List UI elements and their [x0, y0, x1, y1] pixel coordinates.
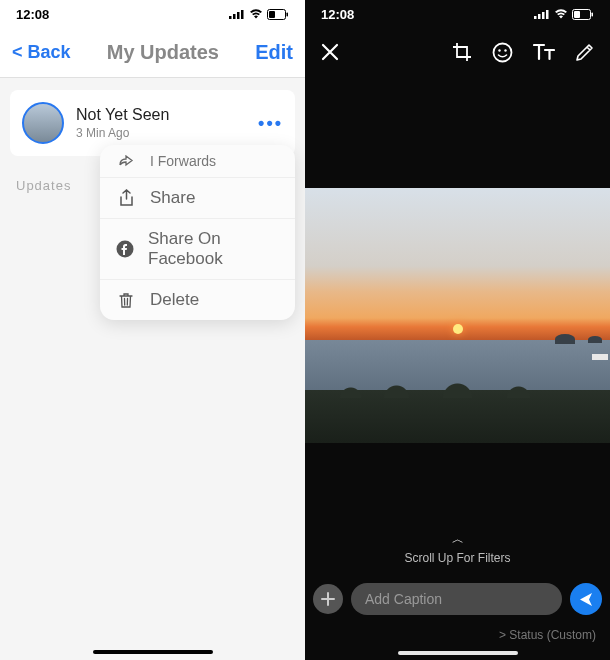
filter-hint[interactable]: ︿ Scroll Up For Filters — [305, 531, 610, 565]
smiley-icon — [492, 42, 513, 63]
facebook-icon — [116, 240, 134, 258]
draw-button[interactable] — [575, 43, 594, 66]
svg-rect-6 — [287, 12, 289, 16]
svg-rect-5 — [269, 11, 275, 18]
text-button[interactable] — [533, 42, 555, 66]
svg-rect-0 — [229, 16, 232, 19]
status-title: Not Yet Seen — [76, 106, 246, 124]
text-icon — [533, 42, 555, 62]
left-screen: 12:08 < Back My Updates Edit Not Yet See… — [0, 0, 305, 660]
home-indicator[interactable] — [398, 651, 518, 655]
menu-label: I Forwards — [150, 153, 216, 169]
editor-tools — [452, 42, 594, 67]
caption-bar — [313, 583, 602, 615]
add-media-button[interactable] — [313, 584, 343, 614]
back-button[interactable]: < Back — [12, 42, 71, 63]
right-screen: 12:08 — [305, 0, 610, 660]
status-bar: 12:08 — [305, 0, 610, 28]
menu-label: Share — [150, 188, 195, 208]
share-icon — [116, 189, 136, 207]
menu-item-delete[interactable]: Delete — [100, 280, 295, 320]
nav-header: < Back My Updates Edit — [0, 28, 305, 78]
status-text-block: Not Yet Seen 3 Min Ago — [76, 106, 246, 140]
photo-preview[interactable] — [305, 188, 610, 443]
status-icons — [229, 9, 289, 20]
edit-button[interactable]: Edit — [255, 41, 293, 64]
signal-icon — [229, 9, 245, 19]
trash-icon — [116, 292, 136, 309]
wifi-icon — [554, 9, 568, 19]
close-icon — [321, 43, 339, 61]
svg-rect-13 — [574, 11, 580, 18]
send-icon — [578, 591, 595, 608]
svg-rect-14 — [592, 12, 594, 16]
signal-icon — [534, 9, 550, 19]
menu-label: Delete — [150, 290, 199, 310]
svg-point-15 — [494, 43, 512, 61]
svg-rect-10 — [542, 12, 545, 19]
menu-item-forwards[interactable]: I Forwards — [100, 145, 295, 178]
send-button[interactable] — [570, 583, 602, 615]
pencil-icon — [575, 43, 594, 62]
crop-button[interactable] — [452, 42, 472, 66]
svg-point-16 — [498, 49, 500, 51]
context-menu: I Forwards Share Share On Facebook Delet… — [100, 145, 295, 320]
status-icons — [534, 9, 594, 20]
filter-hint-text: Scroll Up For Filters — [404, 551, 510, 565]
more-options-button[interactable]: ••• — [258, 113, 283, 134]
chevron-up-icon: ︿ — [305, 531, 610, 548]
battery-icon — [572, 9, 594, 20]
svg-rect-8 — [534, 16, 537, 19]
menu-item-share[interactable]: Share — [100, 178, 295, 219]
status-time: 12:08 — [16, 7, 49, 22]
status-bar: 12:08 — [0, 0, 305, 28]
menu-label: Share On Facebook — [148, 229, 279, 269]
status-thumbnail — [22, 102, 64, 144]
svg-rect-9 — [538, 14, 541, 19]
svg-point-17 — [504, 49, 506, 51]
crop-icon — [452, 42, 472, 62]
page-title: My Updates — [79, 41, 248, 64]
svg-rect-1 — [233, 14, 236, 19]
menu-item-share-facebook[interactable]: Share On Facebook — [100, 219, 295, 280]
wifi-icon — [249, 9, 263, 19]
caption-input[interactable] — [351, 583, 562, 615]
editor-toolbar — [305, 28, 610, 80]
recipient-label[interactable]: > Status (Custom) — [499, 628, 596, 642]
svg-rect-3 — [241, 10, 244, 19]
status-time: 12:08 — [321, 7, 354, 22]
sticker-button[interactable] — [492, 42, 513, 67]
status-timestamp: 3 Min Ago — [76, 126, 246, 140]
close-button[interactable] — [321, 41, 339, 67]
svg-rect-11 — [546, 10, 549, 19]
home-indicator[interactable] — [93, 650, 213, 654]
svg-rect-2 — [237, 12, 240, 19]
battery-icon — [267, 9, 289, 20]
plus-icon — [321, 592, 335, 606]
forward-icon — [116, 155, 136, 167]
